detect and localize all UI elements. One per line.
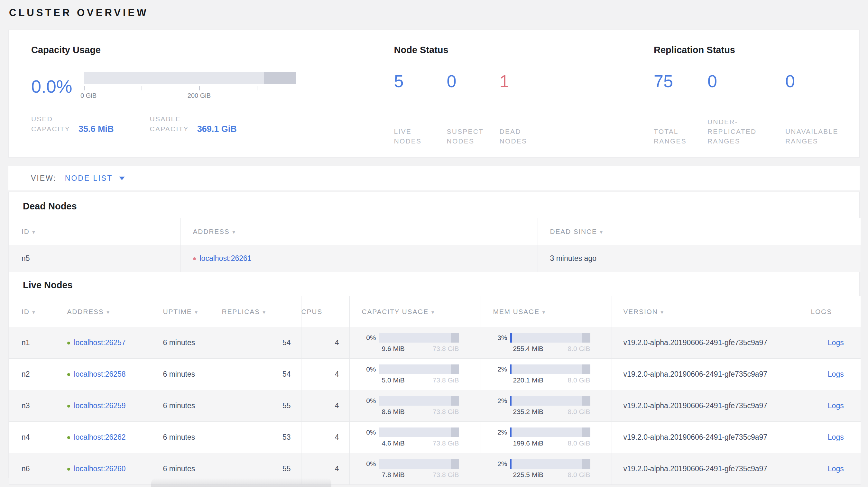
- mem-usage-bar: [510, 459, 590, 469]
- mem-used-value: 225.5 MiB: [513, 471, 544, 479]
- table-row: n6 localhost:26260 6 minutes 55 4 0%: [9, 453, 861, 485]
- logs-link[interactable]: Logs: [828, 401, 844, 410]
- table-row: n4 localhost:26262 6 minutes 53 4 0%: [9, 422, 861, 453]
- sort-desc-icon[interactable]: ▼: [32, 230, 37, 235]
- mem-used-segment: [510, 427, 512, 437]
- dead-node-address-cell: localhost:26261: [181, 245, 537, 272]
- node-capacity-usage-cell: 0% 4.6 MiB 73.8 GiB: [349, 422, 480, 453]
- mem-percent-label: 2%: [493, 365, 507, 373]
- live-nodes-body: n1 localhost:26257 6 minutes 54 4 0%: [9, 327, 861, 485]
- total-ranges-count: 75: [654, 71, 708, 91]
- node-replicas: 54: [222, 359, 301, 390]
- mem-usage-widget: 2% 235.2 MiB 8.0 GiB: [493, 396, 612, 416]
- capacity-total-value: 73.8 GiB: [433, 440, 459, 447]
- sort-desc-icon[interactable]: ▼: [660, 310, 665, 315]
- capacity-used-value: 9.6 MiB: [382, 345, 405, 353]
- node-uptime: 6 minutes: [150, 359, 222, 390]
- live-col-id[interactable]: ID▼: [9, 296, 55, 327]
- node-address-cell: localhost:26259: [55, 390, 150, 422]
- logs-link[interactable]: Logs: [828, 338, 844, 347]
- capacity-usage-title: Capacity Usage: [31, 45, 394, 55]
- view-dropdown-value[interactable]: NODE LIST: [65, 174, 113, 183]
- live-col-cpus[interactable]: CPUS: [301, 296, 349, 327]
- sort-desc-icon[interactable]: ▼: [231, 230, 237, 235]
- table-row: n1 localhost:26257 6 minutes 54 4 0%: [9, 327, 861, 359]
- node-address-link[interactable]: localhost:26260: [74, 464, 126, 473]
- mem-used-segment: [510, 396, 512, 405]
- capacity-usage-widget: 0% 7.8 MiB 73.8 GiB: [362, 459, 480, 479]
- node-address-cell: localhost:26262: [55, 422, 150, 453]
- sort-desc-icon[interactable]: ▼: [32, 310, 37, 315]
- dead-col-address[interactable]: ADDRESS▼: [181, 218, 537, 245]
- node-cpus: 4: [301, 359, 349, 390]
- capacity-endcap-segment: [451, 427, 459, 437]
- mem-used-value: 199.6 MiB: [513, 440, 544, 447]
- under-replicated-ranges-label: UNDER- REPLICATED RANGES: [708, 117, 785, 146]
- axis-label-0: 0 GiB: [81, 92, 96, 99]
- chevron-down-icon[interactable]: [119, 176, 125, 180]
- node-address-link[interactable]: localhost:26259: [74, 401, 126, 410]
- cluster-overview-page: CLUSTER OVERVIEW Capacity Usage 0.0%: [0, 0, 868, 487]
- sort-desc-icon[interactable]: ▼: [541, 310, 547, 315]
- node-address-link[interactable]: localhost:26257: [74, 338, 126, 347]
- mem-usage-bar: [510, 364, 590, 374]
- node-mem-usage-cell: 2% 225.5 MiB 8.0 GiB: [480, 453, 612, 485]
- node-capacity-usage-cell: 0% 5.0 MiB 73.8 GiB: [349, 359, 480, 390]
- usable-capacity-label: USABLE CAPACITY: [150, 114, 189, 134]
- view-dropdown[interactable]: NODE LIST: [65, 174, 125, 183]
- node-status-title: Node Status: [394, 45, 654, 55]
- live-col-address[interactable]: ADDRESS▼: [55, 296, 150, 327]
- sort-desc-icon[interactable]: ▼: [262, 310, 267, 315]
- node-list-content: Dead Nodes ID▼ ADDRESS▼ DEAD SINCE▼ n5 l…: [8, 192, 860, 478]
- capacity-used-value: 7.8 MiB: [382, 471, 405, 479]
- dead-nodes-heading: Dead Nodes: [9, 192, 859, 213]
- capacity-usage-section: Capacity Usage 0.0% 0 GiB 200 Gi: [31, 45, 394, 157]
- capacity-percent-label: 0%: [362, 397, 376, 404]
- live-col-version[interactable]: VERSION▼: [612, 296, 811, 327]
- node-address-link[interactable]: localhost:26258: [74, 370, 126, 378]
- dead-nodes-table: ID▼ ADDRESS▼ DEAD SINCE▼ n5 localhost:26…: [9, 218, 861, 272]
- node-id: n4: [9, 422, 55, 453]
- node-version: v19.2.0-alpha.20190606-2491-gfe735c9a97: [612, 453, 811, 485]
- unavailable-ranges-stat: 0 UNAVAILABLE RANGES: [785, 71, 859, 146]
- view-label: VIEW:: [31, 174, 57, 183]
- mem-usage-widget: 3% 255.4 MiB 8.0 GiB: [493, 333, 612, 353]
- capacity-endcap-segment: [451, 364, 459, 374]
- live-col-capacity-usage[interactable]: CAPACITY USAGE▼: [349, 296, 480, 327]
- live-nodes-count: 5: [394, 71, 447, 91]
- live-col-mem-usage[interactable]: MEM USAGE▼: [480, 296, 612, 327]
- node-replicas: 53: [222, 422, 301, 453]
- sort-desc-icon[interactable]: ▼: [106, 310, 111, 315]
- logs-link[interactable]: Logs: [828, 464, 844, 473]
- node-id: n3: [9, 390, 55, 422]
- dead-col-dead-since[interactable]: DEAD SINCE▼: [537, 218, 861, 245]
- node-address-cell: localhost:26258: [55, 359, 150, 390]
- mem-used-value: 220.1 MiB: [513, 376, 544, 384]
- axis-tick: [199, 86, 200, 90]
- dead-node-address-link[interactable]: localhost:26261: [200, 254, 252, 262]
- sort-desc-icon[interactable]: ▼: [599, 230, 604, 235]
- capacity-axis: [84, 86, 296, 91]
- logs-link[interactable]: Logs: [828, 433, 844, 441]
- capacity-total-value: 73.8 GiB: [433, 471, 459, 479]
- live-col-uptime[interactable]: UPTIME▼: [150, 296, 222, 327]
- live-status-dot-icon: [67, 373, 70, 376]
- live-col-replicas[interactable]: REPLICAS▼: [222, 296, 301, 327]
- node-id: n2: [9, 359, 55, 390]
- capacity-usage-bar: [379, 427, 459, 437]
- logs-link[interactable]: Logs: [828, 370, 844, 378]
- node-id: n6: [9, 453, 55, 485]
- capacity-usage-widget: 0% 5.0 MiB 73.8 GiB: [362, 364, 480, 384]
- node-version: v19.2.0-alpha.20190606-2491-gfe735c9a97: [612, 422, 811, 453]
- sort-desc-icon[interactable]: ▼: [430, 310, 436, 315]
- capacity-usage-bar: [379, 333, 459, 343]
- capacity-percent: 0.0%: [31, 76, 84, 97]
- dead-col-id[interactable]: ID▼: [9, 218, 181, 245]
- axis-label-200: 200 GiB: [188, 92, 211, 99]
- axis-tick: [142, 86, 142, 90]
- mem-used-value: 235.2 MiB: [513, 408, 544, 416]
- live-status-dot-icon: [67, 468, 70, 470]
- sort-desc-icon[interactable]: ▼: [194, 310, 199, 315]
- capacity-usage-bar: [379, 396, 459, 405]
- node-address-link[interactable]: localhost:26262: [74, 433, 126, 441]
